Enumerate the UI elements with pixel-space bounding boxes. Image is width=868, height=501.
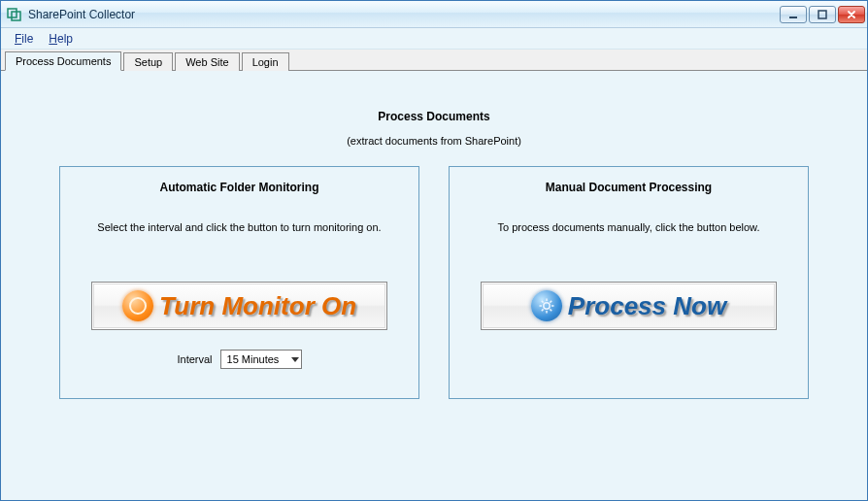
automatic-monitoring-panel: Automatic Folder Monitoring Select the i… <box>59 166 419 399</box>
interval-label: Interval <box>177 353 212 365</box>
svg-line-11 <box>550 301 551 303</box>
svg-line-12 <box>542 309 544 311</box>
clock-icon <box>122 290 153 321</box>
tab-login[interactable]: Login <box>242 52 289 71</box>
svg-point-4 <box>544 303 550 309</box>
process-now-button[interactable]: Process Now <box>481 282 777 330</box>
turn-monitor-on-button[interactable]: Turn Monitor On <box>91 282 387 330</box>
tabs: Process Documents Setup Web Site Login <box>1 50 867 71</box>
menu-file[interactable]: File <box>7 30 41 48</box>
app-window: SharePoint Collector File Help Process D… <box>0 0 868 501</box>
interval-value: 15 Minutes <box>227 353 280 365</box>
turn-monitor-on-label: Turn Monitor On <box>159 291 356 321</box>
titlebar: SharePoint Collector <box>1 1 867 28</box>
manual-panel-title: Manual Document Processing <box>459 181 798 194</box>
window-controls <box>780 6 865 23</box>
tab-web-site[interactable]: Web Site <box>175 52 239 71</box>
svg-line-10 <box>550 309 551 311</box>
page-subtitle: (extract documents from SharePoint) <box>20 135 848 147</box>
gear-icon <box>531 290 562 321</box>
svg-line-9 <box>542 301 544 303</box>
tab-setup[interactable]: Setup <box>123 52 173 71</box>
content-area: Process Documents (extract documents fro… <box>1 71 867 418</box>
menu-help[interactable]: Help <box>41 30 81 48</box>
manual-panel-desc: To process documents manually, click the… <box>459 221 798 233</box>
tab-process-documents[interactable]: Process Documents <box>5 51 121 71</box>
svg-rect-2 <box>789 17 797 18</box>
auto-panel-desc: Select the interval and click the button… <box>70 221 409 233</box>
interval-dropdown[interactable]: 15 Minutes <box>220 350 302 369</box>
manual-processing-panel: Manual Document Processing To process do… <box>449 166 809 399</box>
page-title: Process Documents <box>20 110 848 123</box>
minimize-button[interactable] <box>780 6 807 23</box>
svg-rect-3 <box>818 11 826 18</box>
auto-panel-title: Automatic Folder Monitoring <box>70 181 409 194</box>
process-now-label: Process Now <box>568 291 726 321</box>
chevron-down-icon <box>291 357 299 362</box>
maximize-button[interactable] <box>809 6 836 23</box>
app-icon <box>7 7 22 22</box>
close-button[interactable] <box>838 6 865 23</box>
window-title: SharePoint Collector <box>28 8 135 21</box>
menubar: File Help <box>1 28 867 50</box>
